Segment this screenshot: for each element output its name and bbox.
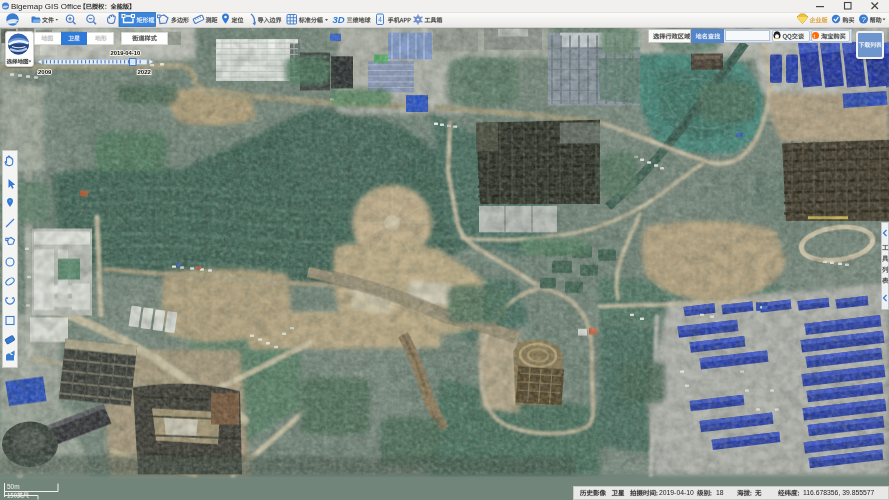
svg-text:18: 18 xyxy=(716,489,724,496)
svg-text:2019-04-10: 2019-04-10 xyxy=(659,489,694,496)
svg-text:50m: 50m xyxy=(7,483,20,490)
svg-text:116.678356, 39.855577: 116.678356, 39.855577 xyxy=(803,489,875,496)
